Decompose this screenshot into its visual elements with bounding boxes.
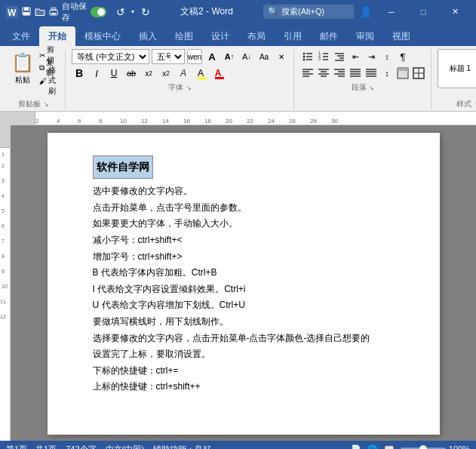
- styles-preview[interactable]: 标题 1: [438, 49, 476, 88]
- zoom-control: 100%: [401, 444, 470, 449]
- folder-icon[interactable]: [35, 6, 45, 18]
- view-print-button[interactable]: 📄: [351, 444, 361, 450]
- user-icon[interactable]: 👤: [357, 0, 375, 23]
- tab-layout[interactable]: 布局: [238, 26, 275, 46]
- view-web-button[interactable]: 🌐: [367, 444, 378, 450]
- distribute-button[interactable]: [364, 66, 379, 81]
- scissors-icon: ✂: [39, 51, 45, 60]
- bold-button[interactable]: B: [72, 66, 87, 81]
- doc-line-5: 增加字号：ctrl+shift+>: [93, 249, 402, 266]
- page-container: 软件自学网 选中要修改的文字内容。 点击开始菜单，点击字号里面的参数。 如果要更…: [11, 125, 476, 441]
- format-paint-label: 格式刷: [48, 65, 60, 97]
- title-bar: W 自动保存 ↺: [0, 0, 476, 23]
- tab-references[interactable]: 引用: [275, 26, 311, 46]
- font-row2: B I U ab x2 x2 A A A: [72, 66, 289, 81]
- align-right-button[interactable]: [332, 66, 347, 81]
- tab-file[interactable]: 文件: [3, 26, 39, 46]
- paragraph-group: 1. 2. 3. ⇤: [296, 49, 431, 109]
- tab-draw[interactable]: 绘图: [166, 26, 202, 46]
- ruler-marks: 2 4 6 8 10 12 14 16 18 20 22 24 26 28 30: [35, 112, 476, 125]
- align-left-button[interactable]: [300, 66, 315, 81]
- autosave-toggle[interactable]: [91, 7, 107, 17]
- status-bar: 第1页，共1页 742个字 中文(中国) 辅助功能：良好 📄 🌐 📖 100%: [0, 441, 476, 449]
- font-row1: 等线 (中文正文) 五号 wen A A↑ A↓ Aa ✕: [72, 49, 289, 64]
- line-spacing-button[interactable]: ↕: [379, 66, 395, 81]
- font-size-select[interactable]: 五号: [152, 49, 185, 64]
- ribbon: 📋 粘贴 ✂ 剪切 ⧉ 复制 🖌 格式刷 剪贴板 ↘: [0, 46, 476, 112]
- document-content[interactable]: 软件自学网 选中要修改的文字内容。 点击开始菜单，点击字号里面的参数。 如果要更…: [93, 155, 402, 395]
- clipboard-expand-button[interactable]: ↘: [42, 100, 50, 108]
- svg-rect-7: [51, 13, 56, 14]
- svg-rect-3: [24, 8, 29, 11]
- minimize-button[interactable]: ─: [376, 0, 407, 23]
- paragraph-controls: 1. 2. 3. ⇤: [300, 49, 426, 81]
- font-expand-button[interactable]: ↘: [185, 84, 192, 91]
- case-button[interactable]: Aa: [256, 49, 272, 64]
- search-placeholder: 搜索(Alt+Q): [281, 6, 324, 17]
- svg-point-10: [303, 56, 306, 58]
- underline-button[interactable]: U: [106, 66, 121, 81]
- print-icon[interactable]: [48, 6, 59, 18]
- svg-point-12: [303, 59, 306, 61]
- paste-button[interactable]: 📋 粘贴: [8, 49, 38, 88]
- align-center-button[interactable]: [316, 66, 331, 81]
- increase-indent-button[interactable]: ⇥: [364, 49, 379, 64]
- numbering-button[interactable]: 1. 2. 3.: [316, 49, 331, 64]
- tab-review[interactable]: 审阅: [347, 26, 383, 46]
- document-page[interactable]: 软件自学网 选中要修改的文字内容。 点击开始菜单，点击字号里面的参数。 如果要更…: [48, 133, 440, 435]
- font-color-button[interactable]: A: [210, 66, 226, 81]
- redo-icon[interactable]: ↻: [140, 6, 150, 18]
- doc-line-7: I 代表给文字内容设置倾斜效果。Ctrl+i: [93, 281, 402, 298]
- decrease-font-button[interactable]: A↓: [239, 49, 254, 64]
- tab-template[interactable]: 模板中心: [75, 26, 130, 46]
- autosave-section: 自动保存: [62, 1, 106, 23]
- ribbon-tabs: 文件 开始 模板中心 插入 绘图 设计 布局 引用 邮件 审阅 视图: [0, 23, 476, 46]
- strikethrough-button[interactable]: ab: [124, 66, 139, 81]
- bullets-button[interactable]: [300, 49, 315, 64]
- text-effect-button[interactable]: A: [176, 66, 191, 81]
- font-group: 等线 (中文正文) 五号 wen A A↑ A↓ Aa ✕ B I U ab x…: [67, 49, 294, 109]
- increase-font-button[interactable]: A↑: [222, 49, 237, 64]
- format-paint-button[interactable]: 🖌 格式刷: [39, 75, 60, 87]
- tab-view[interactable]: 视图: [383, 26, 419, 46]
- svg-point-8: [303, 53, 306, 55]
- tab-design[interactable]: 设计: [202, 26, 238, 46]
- show-marks-button[interactable]: ¶: [395, 49, 410, 64]
- search-box[interactable]: 🔍 搜索(Alt+Q): [263, 5, 354, 19]
- wen-button[interactable]: wen: [187, 49, 202, 64]
- paint-icon: 🖌: [39, 77, 47, 85]
- tab-home[interactable]: 开始: [39, 26, 75, 46]
- tab-mailings[interactable]: 邮件: [311, 26, 347, 46]
- word-icon: W: [6, 6, 18, 18]
- doc-line-6: B 代表给字体内容加粗。Ctrl+B: [93, 265, 402, 281]
- borders-button[interactable]: [411, 66, 426, 81]
- superscript-button[interactable]: x2: [158, 66, 174, 81]
- undo-icon[interactable]: ↺: [115, 6, 125, 18]
- italic-button[interactable]: I: [89, 66, 104, 81]
- view-read-button[interactable]: 📖: [384, 444, 395, 450]
- ruler-margin-left: [0, 112, 35, 125]
- close-button[interactable]: ✕: [440, 0, 470, 23]
- highlight-button[interactable]: A: [193, 66, 208, 81]
- shading-button[interactable]: [395, 66, 410, 81]
- copy-icon: ⧉: [39, 63, 45, 72]
- justify-button[interactable]: [348, 66, 363, 81]
- document-area: 1 2 3 4 5 6 7 8 9 10 11 12 软件自学网 选中要修改的文…: [0, 125, 476, 441]
- save-icon[interactable]: [21, 6, 32, 18]
- clear-format-button[interactable]: ✕: [274, 49, 289, 64]
- font-aa-button[interactable]: A: [204, 49, 220, 64]
- multilevel-button[interactable]: [332, 49, 347, 64]
- tab-insert[interactable]: 插入: [130, 26, 166, 46]
- zoom-thumb: [419, 445, 427, 449]
- subscript-button[interactable]: x2: [141, 66, 156, 81]
- vertical-ruler: 1 2 3 4 5 6 7 8 9 10 11 12: [0, 125, 11, 441]
- styles-expand-button[interactable]: ↘: [473, 100, 476, 108]
- decrease-indent-button[interactable]: ⇤: [348, 49, 363, 64]
- paragraph-expand-button[interactable]: ↘: [368, 84, 376, 91]
- sort-button[interactable]: ↕: [379, 49, 395, 64]
- font-name-select[interactable]: 等线 (中文正文): [72, 49, 149, 64]
- doc-line-11: 设置完了上标，要取消设置。: [93, 346, 402, 363]
- restore-button[interactable]: □: [408, 0, 438, 23]
- undo-dropdown-icon[interactable]: ▾: [128, 6, 138, 18]
- selected-text-box[interactable]: 软件自学网: [93, 155, 153, 179]
